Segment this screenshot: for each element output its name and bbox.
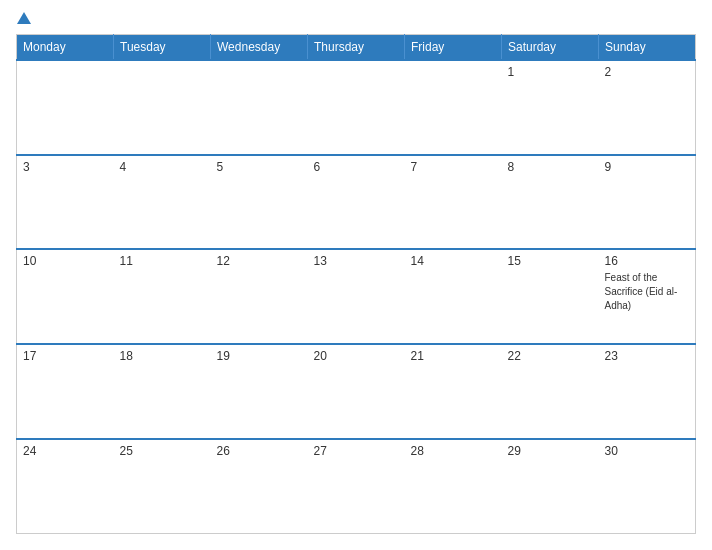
calendar-weekday-wednesday: Wednesday (211, 35, 308, 61)
calendar-week-4: 17181920212223 (17, 344, 696, 439)
calendar-cell (17, 60, 114, 155)
calendar-weekday-friday: Friday (405, 35, 502, 61)
calendar-cell: 22 (502, 344, 599, 439)
page-header (16, 16, 696, 22)
day-number: 2 (605, 65, 690, 79)
day-number: 9 (605, 160, 690, 174)
calendar-cell: 17 (17, 344, 114, 439)
calendar-cell: 8 (502, 155, 599, 250)
calendar-week-1: 12 (17, 60, 696, 155)
calendar-weekday-sunday: Sunday (599, 35, 696, 61)
calendar-table: MondayTuesdayWednesdayThursdayFridaySatu… (16, 34, 696, 534)
calendar-cell (211, 60, 308, 155)
day-number: 16 (605, 254, 690, 268)
calendar-cell: 19 (211, 344, 308, 439)
calendar-cell: 3 (17, 155, 114, 250)
day-number: 6 (314, 160, 399, 174)
day-number: 5 (217, 160, 302, 174)
day-number: 13 (314, 254, 399, 268)
calendar-cell: 4 (114, 155, 211, 250)
day-number: 23 (605, 349, 690, 363)
day-number: 21 (411, 349, 496, 363)
day-number: 18 (120, 349, 205, 363)
calendar-cell: 7 (405, 155, 502, 250)
calendar-week-3: 10111213141516Feast of the Sacrifice (Ei… (17, 249, 696, 344)
calendar-cell: 11 (114, 249, 211, 344)
logo-triangle-icon (17, 12, 31, 24)
calendar-week-5: 24252627282930 (17, 439, 696, 534)
calendar-cell: 6 (308, 155, 405, 250)
day-number: 1 (508, 65, 593, 79)
calendar-cell (114, 60, 211, 155)
calendar-cell: 29 (502, 439, 599, 534)
calendar-cell: 27 (308, 439, 405, 534)
day-number: 25 (120, 444, 205, 458)
day-number: 22 (508, 349, 593, 363)
calendar-cell: 23 (599, 344, 696, 439)
day-number: 8 (508, 160, 593, 174)
day-number: 26 (217, 444, 302, 458)
calendar-cell: 16Feast of the Sacrifice (Eid al-Adha) (599, 249, 696, 344)
day-number: 28 (411, 444, 496, 458)
calendar-cell: 9 (599, 155, 696, 250)
day-number: 19 (217, 349, 302, 363)
holiday-label: Feast of the Sacrifice (Eid al-Adha) (605, 272, 678, 311)
day-number: 3 (23, 160, 108, 174)
day-number: 20 (314, 349, 399, 363)
calendar-cell: 5 (211, 155, 308, 250)
calendar-cell: 25 (114, 439, 211, 534)
day-number: 14 (411, 254, 496, 268)
calendar-cell: 15 (502, 249, 599, 344)
calendar-cell: 13 (308, 249, 405, 344)
calendar-cell: 24 (17, 439, 114, 534)
calendar-cell (308, 60, 405, 155)
calendar-weekday-monday: Monday (17, 35, 114, 61)
day-number: 27 (314, 444, 399, 458)
calendar-week-2: 3456789 (17, 155, 696, 250)
day-number: 29 (508, 444, 593, 458)
calendar-cell: 28 (405, 439, 502, 534)
calendar-weekday-saturday: Saturday (502, 35, 599, 61)
calendar-cell: 2 (599, 60, 696, 155)
calendar-cell (405, 60, 502, 155)
day-number: 11 (120, 254, 205, 268)
day-number: 30 (605, 444, 690, 458)
logo (16, 16, 31, 22)
calendar-header-row: MondayTuesdayWednesdayThursdayFridaySatu… (17, 35, 696, 61)
calendar-cell: 10 (17, 249, 114, 344)
calendar-cell: 18 (114, 344, 211, 439)
calendar-weekday-thursday: Thursday (308, 35, 405, 61)
calendar-cell: 14 (405, 249, 502, 344)
calendar-cell: 21 (405, 344, 502, 439)
day-number: 15 (508, 254, 593, 268)
calendar-cell: 12 (211, 249, 308, 344)
calendar-cell: 20 (308, 344, 405, 439)
calendar-cell: 1 (502, 60, 599, 155)
day-number: 7 (411, 160, 496, 174)
day-number: 17 (23, 349, 108, 363)
calendar-cell: 26 (211, 439, 308, 534)
day-number: 10 (23, 254, 108, 268)
day-number: 12 (217, 254, 302, 268)
day-number: 4 (120, 160, 205, 174)
calendar-weekday-tuesday: Tuesday (114, 35, 211, 61)
calendar-cell: 30 (599, 439, 696, 534)
day-number: 24 (23, 444, 108, 458)
